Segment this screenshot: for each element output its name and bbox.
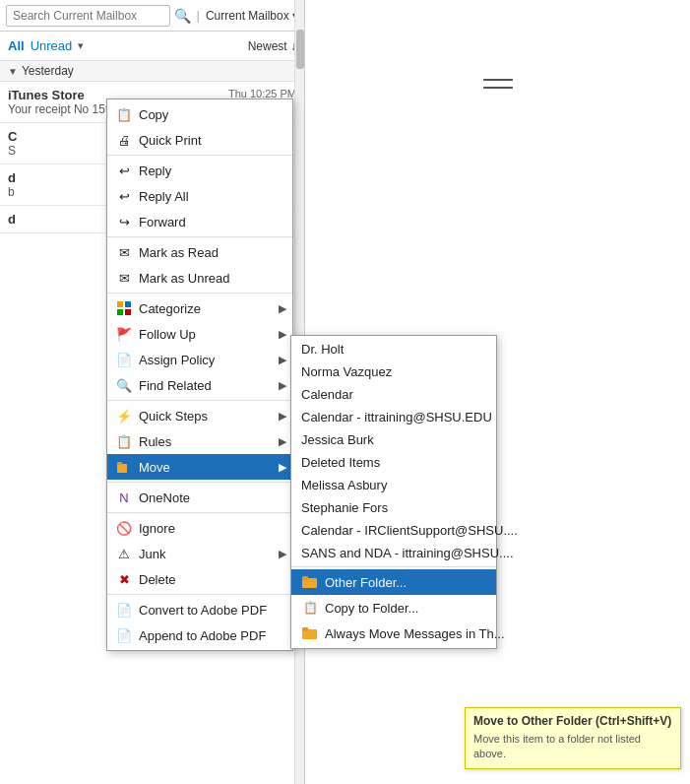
assign-policy-arrow-icon: ▶ bbox=[279, 354, 286, 366]
find-related-arrow-icon: ▶ bbox=[279, 379, 286, 392]
mail-sender: C bbox=[8, 129, 17, 144]
divider: | bbox=[197, 8, 200, 23]
filter-all[interactable]: All bbox=[8, 38, 25, 53]
copy-icon: 📋 bbox=[115, 105, 133, 123]
filter-newest[interactable]: Newest ↓ bbox=[248, 39, 296, 53]
context-menu: 📋 Copy 🖨 Quick Print ↩ Reply ↩ Reply All… bbox=[106, 98, 293, 651]
ctx-reply-all[interactable]: ↩ Reply All bbox=[107, 183, 292, 209]
sub-jessica-burk[interactable]: Jessica Burk bbox=[291, 428, 496, 451]
search-bar: 🔍 | Current Mailbox ▾ bbox=[0, 0, 304, 32]
sub-other-folder[interactable]: Other Folder... bbox=[291, 569, 496, 595]
filter-unread-arrow: ▾ bbox=[78, 39, 84, 52]
search-input[interactable] bbox=[6, 5, 170, 27]
mail-sender: d bbox=[8, 170, 16, 185]
sub-always-move[interactable]: Always Move Messages in Th... bbox=[291, 621, 496, 646]
ctx-rules[interactable]: 📋 Rules ▶ bbox=[107, 428, 292, 454]
svg-rect-1 bbox=[125, 301, 131, 307]
ctx-follow-up[interactable]: 🚩 Follow Up ▶ bbox=[107, 321, 292, 347]
categorize-icon bbox=[115, 299, 133, 317]
svg-rect-7 bbox=[302, 576, 308, 580]
copy-folder-icon: 📋 bbox=[301, 599, 319, 617]
reply-icon: ↩ bbox=[115, 162, 133, 179]
filter-bar: All Unread ▾ Newest ↓ bbox=[0, 32, 304, 61]
ctx-append-adobe[interactable]: 📄 Append to Adobe PDF bbox=[107, 622, 292, 648]
ctx-ignore[interactable]: 🚫 Ignore bbox=[107, 515, 292, 541]
follow-up-icon: 🚩 bbox=[115, 325, 133, 343]
sub-stephanie-fors[interactable]: Stephanie Fors bbox=[291, 496, 496, 519]
sub-calendar-ittraining[interactable]: Calendar - ittraining@SHSU.EDU bbox=[291, 406, 496, 428]
append-adobe-icon: 📄 bbox=[115, 626, 133, 644]
scrollbar-thumb[interactable] bbox=[296, 30, 304, 69]
svg-rect-9 bbox=[302, 627, 308, 631]
assign-policy-icon: 📄 bbox=[115, 351, 133, 368]
ctx-junk[interactable]: ⚠ Junk ▶ bbox=[107, 541, 292, 566]
move-arrow-icon: ▶ bbox=[279, 461, 286, 474]
sub-melissa-asbury[interactable]: Melissa Asbury bbox=[291, 474, 496, 496]
svg-rect-0 bbox=[117, 301, 123, 307]
ctx-onenote[interactable]: N OneNote bbox=[107, 485, 292, 510]
ctx-categorize[interactable]: Categorize ▶ bbox=[107, 295, 292, 321]
sub-calendar-irclient[interactable]: Calendar - IRClientSupport@SHSU.... bbox=[291, 519, 496, 542]
move-icon bbox=[115, 458, 133, 476]
tooltip-title: Move to Other Folder (Ctrl+Shift+V) bbox=[473, 714, 672, 728]
group-header-yesterday[interactable]: ▼ Yesterday bbox=[0, 61, 304, 82]
svg-rect-2 bbox=[117, 309, 123, 315]
rules-icon: 📋 bbox=[115, 432, 133, 450]
reading-line bbox=[483, 79, 513, 81]
junk-icon: ⚠ bbox=[115, 545, 133, 562]
svg-rect-5 bbox=[117, 462, 122, 465]
svg-rect-3 bbox=[125, 309, 131, 315]
filter-unread[interactable]: Unread bbox=[31, 38, 73, 53]
mark-unread-icon: ✉ bbox=[115, 269, 133, 287]
svg-rect-4 bbox=[117, 464, 127, 473]
ctx-move[interactable]: Move ▶ bbox=[107, 454, 292, 480]
sub-deleted-items[interactable]: Deleted Items bbox=[291, 451, 496, 474]
delete-icon: ✖ bbox=[115, 570, 133, 588]
ctx-mark-unread[interactable]: ✉ Mark as Unread bbox=[107, 265, 292, 291]
sub-dr-holt[interactable]: Dr. Holt bbox=[291, 338, 496, 360]
junk-arrow-icon: ▶ bbox=[279, 548, 286, 560]
reading-line bbox=[483, 87, 513, 89]
ctx-convert-adobe[interactable]: 📄 Convert to Adobe PDF bbox=[107, 597, 292, 622]
other-folder-icon bbox=[301, 573, 319, 591]
ctx-mark-read[interactable]: ✉ Mark as Read bbox=[107, 239, 292, 265]
onenote-icon: N bbox=[115, 489, 133, 506]
quick-steps-arrow-icon: ▶ bbox=[279, 410, 286, 423]
group-collapse-icon: ▼ bbox=[8, 66, 18, 77]
ctx-quick-print[interactable]: 🖨 Quick Print bbox=[107, 127, 292, 153]
tooltip-box: Move to Other Folder (Ctrl+Shift+V) Move… bbox=[465, 707, 681, 769]
mail-sender: d bbox=[8, 212, 16, 227]
convert-adobe-icon: 📄 bbox=[115, 601, 133, 619]
quick-steps-icon: ⚡ bbox=[115, 407, 133, 425]
follow-up-arrow-icon: ▶ bbox=[279, 328, 286, 341]
rules-arrow-icon: ▶ bbox=[279, 435, 286, 448]
sub-copy-to-folder[interactable]: 📋 Copy to Folder... bbox=[291, 595, 496, 621]
ctx-delete[interactable]: ✖ Delete bbox=[107, 566, 292, 592]
ctx-copy[interactable]: 📋 Copy bbox=[107, 101, 292, 127]
sub-norma-vazquez[interactable]: Norma Vazquez bbox=[291, 360, 496, 383]
mail-sender: iTunes Store bbox=[8, 88, 85, 102]
forward-icon: ↪ bbox=[115, 213, 133, 230]
reading-pane-content bbox=[305, 79, 690, 89]
ctx-assign-policy[interactable]: 📄 Assign Policy ▶ bbox=[107, 347, 292, 372]
reply-all-icon: ↩ bbox=[115, 187, 133, 205]
find-related-icon: 🔍 bbox=[115, 376, 133, 394]
mailbox-dropdown[interactable]: Current Mailbox ▾ bbox=[206, 9, 298, 23]
ctx-forward[interactable]: ↪ Forward bbox=[107, 209, 292, 234]
always-move-icon bbox=[301, 624, 319, 642]
tooltip-description: Move this item to a folder not listed ab… bbox=[473, 732, 672, 762]
print-icon: 🖨 bbox=[115, 131, 133, 149]
search-icon: 🔍 bbox=[174, 8, 191, 24]
ctx-find-related[interactable]: 🔍 Find Related ▶ bbox=[107, 372, 292, 398]
ctx-quick-steps[interactable]: ⚡ Quick Steps ▶ bbox=[107, 403, 292, 428]
mark-read-icon: ✉ bbox=[115, 243, 133, 261]
sub-calendar[interactable]: Calendar bbox=[291, 383, 496, 406]
ctx-reply[interactable]: ↩ Reply bbox=[107, 158, 292, 183]
ignore-icon: 🚫 bbox=[115, 519, 133, 537]
categorize-arrow-icon: ▶ bbox=[279, 302, 286, 315]
move-submenu: Dr. Holt Norma Vazquez Calendar Calendar… bbox=[290, 335, 497, 649]
sub-sans-nda[interactable]: SANS and NDA - ittraining@SHSU.... bbox=[291, 542, 496, 564]
